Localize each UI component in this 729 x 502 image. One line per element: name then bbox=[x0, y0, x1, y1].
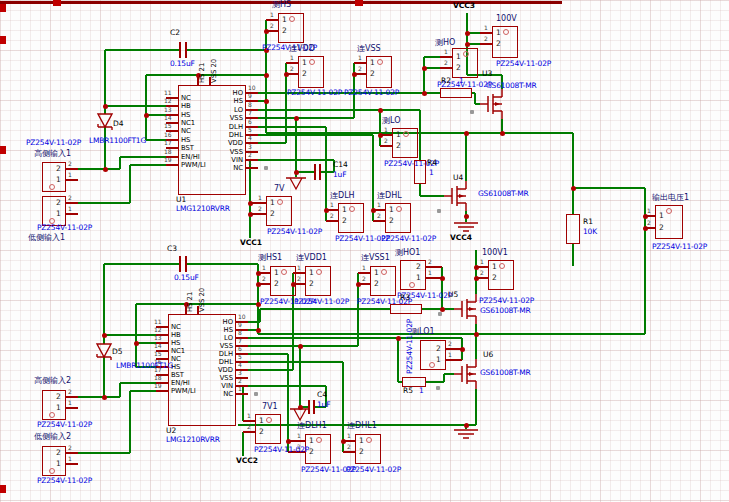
connector-name-in-high-2[interactable]: 高侧输入2 bbox=[34, 377, 71, 385]
connector-name-in-high-1[interactable]: 高侧输入1 bbox=[34, 150, 71, 158]
wire[interactable] bbox=[325, 127, 327, 221]
connector-part-number[interactable]: PZ254V-11-02P bbox=[267, 228, 322, 236]
wire[interactable] bbox=[572, 244, 574, 266]
value-label[interactable]: 10K bbox=[583, 228, 597, 236]
capacitor-C2[interactable] bbox=[185, 42, 187, 58]
net-flag-vcc3[interactable]: VCC3 bbox=[453, 2, 475, 10]
wire[interactable] bbox=[119, 383, 121, 397]
net-flag-vcc4[interactable]: VCC4 bbox=[450, 234, 472, 242]
connector-part-number[interactable]: PZ254V-11-02P bbox=[254, 446, 309, 454]
resistor-R1[interactable] bbox=[566, 214, 580, 244]
wire[interactable] bbox=[420, 195, 444, 197]
wire[interactable] bbox=[443, 374, 445, 382]
designator-label[interactable]: R3 bbox=[400, 294, 410, 302]
wire[interactable] bbox=[248, 353, 288, 355]
ic-ref[interactable]: U2 bbox=[166, 427, 176, 435]
wire[interactable] bbox=[130, 164, 166, 166]
connector-name-hs1[interactable]: 测HS1 bbox=[258, 254, 282, 262]
capacitor-C14[interactable] bbox=[314, 164, 316, 180]
fet-part-number[interactable]: GS61008T-MR bbox=[480, 307, 531, 315]
wire[interactable] bbox=[146, 114, 166, 116]
wire[interactable] bbox=[248, 321, 260, 323]
ic-part-number[interactable]: LMG1210RVRR bbox=[176, 205, 230, 213]
wire[interactable] bbox=[105, 49, 179, 51]
wire[interactable] bbox=[644, 188, 646, 334]
wire[interactable] bbox=[441, 267, 443, 309]
capacitor-C14[interactable] bbox=[319, 164, 321, 180]
value-label[interactable]: 1uF bbox=[317, 401, 330, 409]
fet-ref[interactable]: U4 bbox=[453, 174, 463, 182]
wire[interactable] bbox=[129, 165, 131, 203]
wire[interactable] bbox=[146, 139, 166, 141]
value-label[interactable]: LMBR1100FT1G bbox=[89, 137, 146, 145]
fet-part-number[interactable]: GS61008T-MR bbox=[478, 190, 529, 198]
wire[interactable] bbox=[250, 159, 334, 161]
connector-name-vdd1[interactable]: 连VDD1 bbox=[296, 254, 327, 262]
connector-part-number[interactable]: PZ254V-11-02P bbox=[37, 477, 92, 485]
designator-label[interactable]: R5 bbox=[403, 387, 413, 395]
wire[interactable] bbox=[119, 157, 121, 169]
designator-label[interactable]: D4 bbox=[113, 120, 124, 128]
wire[interactable] bbox=[186, 303, 258, 305]
resistor-R2[interactable] bbox=[440, 88, 472, 98]
wire[interactable] bbox=[242, 386, 244, 421]
connector-part-number[interactable]: PZ254V-11-02P bbox=[37, 224, 92, 232]
net-flag-vcc1[interactable]: VCC1 bbox=[240, 239, 262, 247]
connector-part-number[interactable]: PZ254V-11-02P bbox=[287, 89, 342, 97]
net-flag-vcc2[interactable]: VCC2 bbox=[236, 457, 258, 465]
fet-part-number[interactable]: GS61008T-MR bbox=[480, 369, 531, 377]
designator-label[interactable]: C14 bbox=[333, 161, 348, 169]
designator-label[interactable]: C4 bbox=[317, 391, 327, 399]
connector-name-vdd[interactable]: 连VDD bbox=[289, 45, 315, 53]
wire[interactable] bbox=[258, 142, 286, 144]
wire[interactable] bbox=[248, 361, 343, 363]
ic-part-number[interactable]: LMG1210RVRR bbox=[166, 436, 220, 444]
wire[interactable] bbox=[379, 110, 381, 146]
wire[interactable] bbox=[120, 382, 156, 384]
connector-part-number[interactable]: PZ254V-11-02P bbox=[381, 235, 436, 243]
diode-D5[interactable] bbox=[95, 341, 113, 367]
wire[interactable] bbox=[248, 345, 358, 347]
mosfet-U4[interactable] bbox=[444, 181, 474, 211]
mosfet-U3[interactable] bbox=[480, 89, 510, 119]
wire[interactable] bbox=[78, 168, 120, 170]
diode-D4[interactable] bbox=[96, 111, 114, 137]
wire[interactable] bbox=[397, 338, 399, 382]
wire[interactable] bbox=[104, 263, 179, 265]
value-label[interactable]: 1 bbox=[429, 169, 434, 177]
wire[interactable] bbox=[242, 432, 244, 456]
resistor-R4[interactable] bbox=[414, 160, 426, 184]
wire[interactable] bbox=[572, 133, 574, 214]
wire[interactable] bbox=[299, 346, 301, 408]
designator-label[interactable]: R1 bbox=[583, 218, 593, 226]
designator-label[interactable]: R4 bbox=[427, 159, 437, 167]
connector-name-ho1[interactable]: 测HO1 bbox=[395, 249, 420, 257]
wire[interactable] bbox=[185, 263, 258, 265]
connector-name-vout-1[interactable]: 输出电压1 bbox=[652, 194, 689, 202]
designator-label[interactable]: C3 bbox=[167, 245, 177, 253]
wire[interactable] bbox=[145, 75, 147, 140]
designator-label[interactable]: C2 bbox=[170, 29, 180, 37]
connector-part-number[interactable]: PZ254V-11-02P bbox=[37, 421, 92, 429]
wire[interactable] bbox=[573, 187, 645, 189]
fet-ref[interactable]: U6 bbox=[483, 351, 493, 359]
wire[interactable] bbox=[198, 74, 266, 76]
wire[interactable] bbox=[258, 117, 354, 119]
connector-part-number[interactable]: PZ254V-11-02P bbox=[479, 297, 534, 305]
wire[interactable] bbox=[248, 337, 462, 339]
wire[interactable] bbox=[475, 324, 477, 359]
wire[interactable] bbox=[136, 342, 156, 344]
value-label[interactable]: 0.15uF bbox=[174, 274, 199, 282]
connector-name-in-low-1[interactable]: 低侧输入1 bbox=[28, 234, 65, 242]
connector-name-dlh1[interactable]: 连DLH1 bbox=[297, 422, 327, 430]
wire[interactable] bbox=[423, 57, 425, 93]
capacitor-C3[interactable] bbox=[185, 256, 187, 272]
connector-part-number[interactable]: PZ254V-11-02P bbox=[344, 89, 399, 97]
value-label[interactable]: LMBR1100FT1G bbox=[116, 362, 173, 370]
wire[interactable] bbox=[105, 105, 166, 107]
wire[interactable] bbox=[258, 333, 645, 335]
wire[interactable] bbox=[465, 133, 467, 181]
fet-part-number[interactable]: GS61008T-MR bbox=[486, 82, 537, 90]
wire[interactable] bbox=[78, 202, 130, 204]
wire[interactable] bbox=[104, 334, 156, 336]
